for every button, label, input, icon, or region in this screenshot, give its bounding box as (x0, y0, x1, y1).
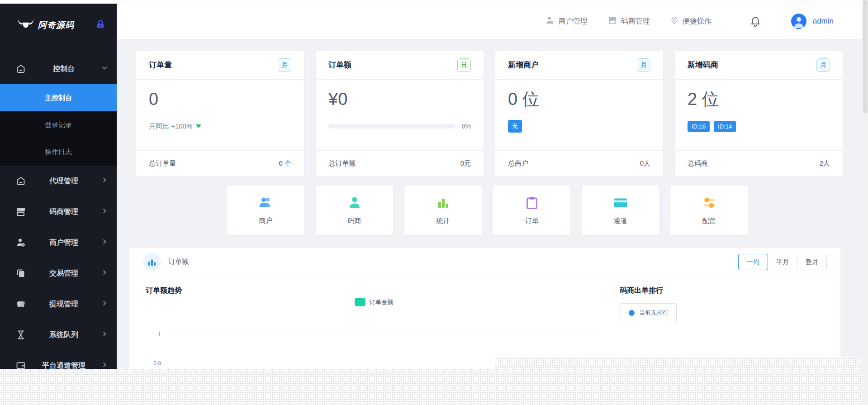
footer-value: 0元 (460, 159, 471, 168)
sidebar-item-label: 提现管理 (26, 300, 101, 309)
home-icon (15, 176, 26, 186)
range-button-group: 一周 半月 整月 (738, 254, 827, 270)
sidebar-item-label: 代理管理 (26, 176, 101, 186)
topnav-quick-actions[interactable]: 便捷操作 (670, 16, 711, 27)
chevron-right-icon (101, 177, 108, 185)
progress-percent: 0% (462, 123, 471, 130)
gridline (166, 335, 600, 335)
sidebar-item-withdraw-mgmt[interactable]: 提现管理 (0, 289, 117, 319)
quick-link-stats[interactable]: 统计 (404, 186, 482, 235)
tag-id[interactable]: ID:14 (714, 121, 736, 132)
ranking-empty-label: 当前无排行 (639, 309, 669, 317)
sidebar-item-login-records[interactable]: 登录记录 (0, 111, 117, 138)
sidebar-item-trade-mgmt[interactable]: 交易管理 (0, 258, 117, 289)
card-title: 新增码商 (688, 60, 718, 70)
user-gear-icon (15, 237, 26, 248)
card-value: 0 位 (508, 89, 650, 110)
stat-card-new-coders: 新增码商 月 2 位 ID:16 ID:14 总码商 2人 (675, 51, 843, 176)
sidebar-item-label: 商户管理 (26, 238, 101, 248)
sidebar: 阿奇源码 控制台 主控制台 登录记录 操作日志 (0, 4, 117, 369)
topnav-label: 码商管理 (621, 17, 650, 26)
sidebar-item-label: 交易管理 (26, 269, 101, 278)
footer-value: 2人 (820, 159, 830, 168)
panel-title: 订单额 (168, 257, 189, 266)
logo-text: 阿奇源码 (38, 19, 74, 31)
sidebar-item-merchant-mgmt[interactable]: 商户管理 (0, 227, 117, 258)
clipboard-icon (525, 196, 539, 211)
sidebar-item-main-console[interactable]: 主控制台 (0, 84, 117, 111)
period-badge[interactable]: 日 (457, 58, 471, 72)
sidebar-item-console[interactable]: 控制台 (0, 53, 117, 84)
period-badge[interactable]: 月 (816, 58, 830, 72)
users-icon (258, 196, 274, 211)
quick-link-coder[interactable]: 码商 (316, 186, 393, 235)
quick-link-orders[interactable]: 订单 (493, 186, 570, 235)
wallet-icon (15, 360, 26, 369)
quick-link-row: 商户 码商 统计 (227, 186, 748, 235)
tag-id[interactable]: ID:16 (688, 121, 710, 132)
sidebar-item-agent-mgmt[interactable]: 代理管理 (0, 166, 117, 196)
notification-bell-icon[interactable] (749, 15, 761, 27)
user-icon (348, 196, 361, 211)
card-title: 订单额 (328, 60, 351, 70)
topnav-label: 便捷操作 (683, 17, 711, 26)
quick-link-merchant[interactable]: 商户 (227, 186, 304, 235)
period-badge[interactable]: 月 (637, 58, 650, 72)
sidebar-item-label: 控制台 (26, 64, 101, 74)
page-cutoff-pattern (0, 369, 868, 405)
topnav-coder-mgmt[interactable]: 码商管理 (607, 15, 650, 27)
quick-link-label: 码商 (348, 217, 361, 225)
card-title: 新增商户 (508, 60, 539, 70)
topnav-merchant-mgmt[interactable]: 商户管理 (545, 15, 588, 27)
footer-label: 总订单量 (149, 159, 176, 168)
sidebar-menu: 控制台 主控制台 登录记录 操作日志 代理管理 (0, 53, 117, 369)
home-icon (15, 63, 26, 74)
tag-none[interactable]: 无 (508, 120, 522, 133)
yoy-label: 月同比 +100% (149, 122, 192, 131)
location-pin-icon (670, 16, 683, 27)
sidebar-item-operation-logs[interactable]: 操作日志 (0, 138, 117, 166)
ranking-title: 码商出单排行 (620, 286, 663, 295)
footer-label: 总码商 (688, 159, 708, 168)
main-content: 订单量 月 0 月同比 +100% 总订单量 0 个 订单额 日 ¥0 (117, 39, 862, 369)
range-month-button[interactable]: 整月 (797, 254, 827, 270)
username[interactable]: admin (813, 17, 834, 26)
footer-value: 0 个 (279, 159, 291, 168)
chart-legend[interactable]: 订单金额 (355, 298, 393, 306)
stat-card-row: 订单量 月 0 月同比 +100% 总订单量 0 个 订单额 日 ¥0 (136, 51, 843, 176)
sidebar-item-coder-mgmt[interactable]: 码商管理 (0, 196, 117, 227)
vertical-scrollbar[interactable] (862, 0, 868, 405)
sidebar-item-label: 系统队列 (26, 330, 101, 340)
lock-icon[interactable] (95, 19, 106, 32)
sidebar-item-system-queue[interactable]: 系统队列 (0, 319, 117, 350)
range-week-button[interactable]: 一周 (738, 254, 768, 270)
window-top-divider (117, 1, 862, 1)
stat-card-order-count: 订单量 月 0 月同比 +100% 总订单量 0 个 (136, 51, 304, 176)
sidebar-item-label: 码商管理 (26, 207, 101, 217)
range-half-month-button[interactable]: 半月 (768, 254, 797, 270)
avatar[interactable] (791, 14, 806, 29)
legend-label: 订单金额 (370, 298, 393, 306)
bull-logo-icon (17, 19, 34, 32)
scrollbar-thumb[interactable] (863, 0, 868, 113)
period-badge[interactable]: 月 (278, 58, 291, 72)
shop-icon (607, 15, 621, 27)
footer-label: 总商户 (508, 159, 528, 168)
chevron-right-icon (101, 362, 108, 369)
shop-icon (15, 206, 26, 217)
chevron-right-icon (101, 238, 108, 247)
footer-value: 0人 (640, 159, 650, 168)
stat-card-order-amount: 订单额 日 ¥0 0% 总订单额 0元 (316, 51, 484, 176)
card-title: 订单量 (149, 60, 172, 70)
caret-down-icon (196, 124, 201, 128)
quick-link-channels[interactable]: 通道 (582, 186, 659, 235)
chevron-right-icon (101, 300, 108, 308)
quick-link-label: 统计 (436, 217, 450, 225)
quick-link-config[interactable]: 配置 (670, 186, 748, 235)
chevron-down-icon (101, 65, 108, 73)
sidebar-item-platform-channel-mgmt[interactable]: 平台通道管理 (0, 350, 117, 369)
credit-card-icon (613, 196, 628, 211)
topnav-label: 商户管理 (559, 17, 588, 26)
hourglass-icon (15, 329, 26, 340)
copy-icon (15, 268, 26, 279)
